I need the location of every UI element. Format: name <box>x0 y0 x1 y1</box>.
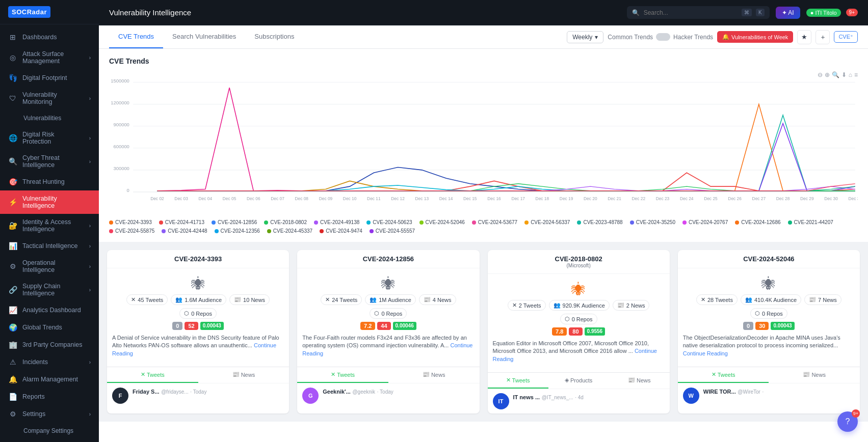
toggle-switch[interactable] <box>656 33 670 41</box>
sidebar-item-settings[interactable]: ⚙Settings› <box>0 405 99 423</box>
star-icon-button[interactable]: ★ <box>797 30 811 44</box>
common-trends-label: Common Trends <box>608 34 653 41</box>
sidebar-item-identity-access[interactable]: 🔐Identity & Access Intelligence› <box>0 214 99 237</box>
digital-footprint-icon: 👣 <box>8 74 17 82</box>
tab-search-vulnerabilities[interactable]: Search Vulnerabilities <box>163 25 245 48</box>
svg-text:Dec 23: Dec 23 <box>656 196 670 201</box>
sidebar-label-threat-hunting: Threat Hunting <box>22 178 91 185</box>
sidebar-label-operational-intelligence: Operational Intelligence <box>22 259 84 273</box>
period-select[interactable]: Weekly ▾ <box>567 31 603 43</box>
sidebar-item-account-settings[interactable]: Account Settings <box>0 439 99 442</box>
magnify-icon[interactable]: 🔍 <box>832 71 839 78</box>
tweet-item: W WIRE TOR... @WireTor · <box>678 383 860 408</box>
card-tab-label: Tweets <box>718 372 735 378</box>
card-description: The Four-Faith router models F3x24 and F… <box>302 334 474 357</box>
sidebar-item-operational-intelligence[interactable]: ⚙Operational Intelligence› <box>0 255 99 278</box>
svg-text:Dec 28: Dec 28 <box>776 196 790 201</box>
sidebar-item-digital-risk[interactable]: 🌐Digital Risk Protection› <box>0 126 99 150</box>
repo-icon: ⬡ <box>755 310 760 317</box>
legend-label: CVE-2024-45337 <box>273 228 312 234</box>
svg-text:Dec 06: Dec 06 <box>247 196 260 201</box>
spider-icon: 🕷 <box>112 275 284 292</box>
vuln-week-button[interactable]: 🔔 Vulnerabilities of Week <box>717 31 793 43</box>
search-input[interactable] <box>644 9 738 16</box>
legend-dot <box>159 220 163 225</box>
tweets-icon: ✕ <box>506 377 511 383</box>
card-description: The ObjectDeserializationDecoder in Apac… <box>683 334 855 357</box>
card-tab-tweets[interactable]: ✕ Tweets <box>678 367 769 383</box>
card-tab-tweets[interactable]: ✕ Tweets <box>107 367 198 383</box>
sidebar-item-alarm-management[interactable]: 🔔Alarm Management <box>0 371 99 388</box>
sidebar-item-3rd-party[interactable]: 🏢3rd Party Companies <box>0 336 99 353</box>
sidebar-item-vulnerabilities[interactable]: Vulnerabilities <box>0 110 99 126</box>
sidebar-label-reports: Reports <box>22 393 91 400</box>
sidebar-item-digital-footprint[interactable]: 👣Digital Footprint <box>0 69 99 87</box>
repo-icon: ⬡ <box>374 310 379 317</box>
sidebar-item-vulnerability-monitoring[interactable]: 🛡Vulnerability Monitoring› <box>0 87 99 110</box>
card-tab-news[interactable]: 📰 News <box>769 367 860 383</box>
news-icon: 📰 <box>803 371 810 378</box>
svg-text:1500000: 1500000 <box>111 77 129 83</box>
continue-reading-link[interactable]: Continue Reading <box>302 342 472 356</box>
card-tab-news[interactable]: 📰 News <box>198 367 290 383</box>
tweet-name: Friday S... @fridayse... · Today <box>133 388 284 395</box>
cve-plus-button[interactable]: CVE⁺ <box>834 31 858 43</box>
card-tab-news[interactable]: 📰 News <box>388 367 480 383</box>
score-1: 0 <box>172 322 182 330</box>
tab-cve-trends[interactable]: CVE Trends <box>109 25 163 48</box>
sidebar-item-vulnerability-intelligence[interactable]: ⚡Vulnerability Intelligence <box>0 190 99 214</box>
tweet-info: Friday S... @fridayse... · Today <box>133 388 284 395</box>
status-badge: ● ITI Titolo <box>806 9 841 17</box>
zoom-out-icon[interactable]: ⊖ <box>818 71 823 78</box>
cve-card-card3: CVE-2018-0802 (Microsoft) 🕷 ✕ 2 Tweets 👥… <box>488 250 670 413</box>
news-icon: 📰 <box>424 296 431 303</box>
plus-icon-button[interactable]: ＋ <box>816 30 830 44</box>
svg-text:Dec 15: Dec 15 <box>463 196 477 201</box>
sidebar-item-incidents[interactable]: ⚠Incidents› <box>0 353 99 371</box>
home-icon[interactable]: ⌂ <box>849 71 852 78</box>
card-scores: 7.8 80 0.9556 <box>493 327 665 336</box>
sidebar-label-incidents: Incidents <box>22 358 84 366</box>
sidebar-item-analytics-dashboard[interactable]: 📈Analytics Dashboard <box>0 301 99 319</box>
search-box[interactable]: 🔍 ⌘ K <box>627 6 770 19</box>
continue-reading-link[interactable]: Continue Reading <box>493 348 657 362</box>
legend-label: CVE-2024-12856 <box>218 219 257 225</box>
ai-button[interactable]: ✦ AI <box>776 7 800 19</box>
help-button[interactable]: ? 9+ <box>837 411 858 432</box>
sidebar-label-identity-access: Identity & Access Intelligence <box>22 218 84 233</box>
legend-label: CVE-2021-44207 <box>794 219 833 225</box>
audience-count: 1.6M Audience <box>185 297 222 303</box>
sidebar-item-global-trends[interactable]: 🌍Global Trends <box>0 319 99 336</box>
card-tab-tweets[interactable]: ✕ Tweets <box>297 367 388 383</box>
news-count: 4 News <box>433 297 452 303</box>
sidebar-item-reports[interactable]: 📄Reports <box>0 388 99 405</box>
zoom-in-icon[interactable]: ⊕ <box>825 71 830 78</box>
tweet-info: WIRE TOR... @WireTor · <box>703 388 855 395</box>
card-tab-products[interactable]: ◈ Products <box>548 373 609 389</box>
tweet-name: Geeknik'... @geeknik · Today <box>323 388 474 395</box>
legend-item-cve20: CVE-2024-55557 <box>370 228 415 234</box>
sidebar-item-cyber-threat[interactable]: 🔍Cyber Threat Intelligence› <box>0 150 99 173</box>
sidebar-item-tactical-intelligence[interactable]: 📊Tactical Intelligence› <box>0 237 99 255</box>
sidebar-item-attack-surface[interactable]: ◎Attack Surface Management› <box>0 46 99 69</box>
legend-dot <box>320 229 324 233</box>
sidebar-item-dashboards[interactable]: ⊞Dashboards <box>0 29 99 46</box>
sidebar-label-vulnerability-intelligence: Vulnerability Intelligence <box>22 195 91 209</box>
spider-icon: 🕷 <box>683 275 855 292</box>
svg-text:0: 0 <box>127 187 129 193</box>
tab-subscriptions[interactable]: Subscriptions <box>245 25 303 48</box>
cve-card-card4: CVE-2024-52046 🕷 ✕ 28 Tweets 👥 410.4K Au… <box>678 250 860 413</box>
continue-reading-link[interactable]: Continue Reading <box>112 342 276 356</box>
menu-icon[interactable]: ≡ <box>854 71 858 78</box>
legend-item-cve14: CVE-2021-44207 <box>788 219 833 225</box>
card-tab-news[interactable]: 📰 News <box>609 373 670 389</box>
chart-legend: CVE-2024-3393CVE-2024-41713CVE-2024-1285… <box>109 219 858 234</box>
sidebar-item-supply-chain[interactable]: 🔗Supply Chain Intelligence› <box>0 278 99 301</box>
continue-reading-link[interactable]: Continue Reading <box>683 350 728 356</box>
card-stats: ✕ 28 Tweets 👥 410.4K Audience 📰 7 News ⬡… <box>683 294 855 319</box>
bell-icon: 🔔 <box>722 34 729 40</box>
sidebar-item-threat-hunting[interactable]: 🎯Threat Hunting <box>0 173 99 190</box>
card-tab-tweets[interactable]: ✕ Tweets <box>488 373 548 389</box>
sidebar-item-company-settings[interactable]: Company Settings <box>0 423 99 439</box>
download-icon[interactable]: ⬇ <box>841 71 847 78</box>
